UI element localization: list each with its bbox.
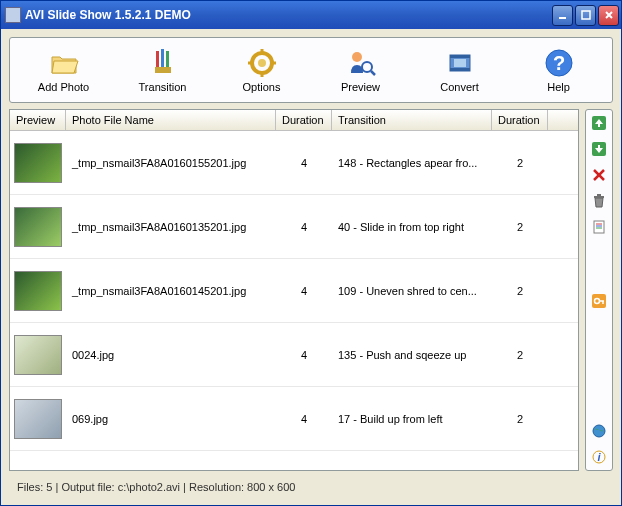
svg-rect-20 xyxy=(454,59,466,67)
duration2-cell: 2 xyxy=(492,281,548,301)
app-icon xyxy=(5,7,21,23)
svg-rect-18 xyxy=(450,55,470,58)
globe-icon xyxy=(591,423,607,439)
header-transition[interactable]: Transition xyxy=(332,110,492,130)
arrow-down-icon xyxy=(591,141,607,157)
photo-thumbnail xyxy=(14,271,62,311)
svg-rect-4 xyxy=(156,51,159,69)
preview-button[interactable]: Preview xyxy=(311,42,410,98)
duration2-cell: 2 xyxy=(492,345,548,365)
svg-point-14 xyxy=(352,52,362,62)
header-preview[interactable]: Preview xyxy=(10,110,66,130)
delete-button[interactable] xyxy=(590,166,608,184)
photo-thumbnail xyxy=(14,335,62,375)
info-icon: i xyxy=(591,449,607,465)
film-icon xyxy=(444,47,476,79)
duration2-cell: 2 xyxy=(492,217,548,237)
svg-rect-5 xyxy=(161,49,164,69)
tool-label: Options xyxy=(243,81,281,93)
filename-cell: _tmp_nsmail3FA8A0160135201.jpg xyxy=(66,217,276,237)
svg-line-16 xyxy=(371,71,375,75)
thumbnail-cell xyxy=(10,203,66,251)
help-icon: ? xyxy=(543,47,575,79)
add-photo-button[interactable]: Add Photo xyxy=(14,42,113,98)
side-toolbar: i xyxy=(585,109,613,471)
titlebar[interactable]: AVI Slide Show 1.5.2.1 DEMO xyxy=(1,1,621,29)
filename-cell: 069.jpg xyxy=(66,409,276,429)
header-duration1[interactable]: Duration xyxy=(276,110,332,130)
filename-cell: _tmp_nsmail3FA8A0160145201.jpg xyxy=(66,281,276,301)
svg-rect-29 xyxy=(594,221,604,233)
transition-cell: 148 - Rectangles apear fro... xyxy=(332,153,492,173)
table-row[interactable]: _tmp_nsmail3FA8A0160155201.jpg4148 - Rec… xyxy=(10,131,578,195)
svg-rect-1 xyxy=(582,11,590,19)
web-button[interactable] xyxy=(590,422,608,440)
transition-button[interactable]: Transition xyxy=(113,42,212,98)
table-row[interactable]: 0024.jpg4135 - Push and sqeeze up2 xyxy=(10,323,578,387)
toolbar-panel: Add Photo Transition Options Preview Con… xyxy=(9,37,613,103)
transition-cell: 135 - Push and sqeeze up xyxy=(332,345,492,365)
properties-button[interactable] xyxy=(590,218,608,236)
duration1-cell: 4 xyxy=(276,153,332,173)
tool-label: Convert xyxy=(440,81,479,93)
document-icon xyxy=(591,219,607,235)
svg-rect-27 xyxy=(594,196,604,198)
move-up-button[interactable] xyxy=(590,114,608,132)
header-duration2[interactable]: Duration xyxy=(492,110,548,130)
gear-icon xyxy=(246,47,278,79)
duration1-cell: 4 xyxy=(276,217,332,237)
thumbnail-cell xyxy=(10,395,66,443)
main-toolbar: Add Photo Transition Options Preview Con… xyxy=(14,42,608,98)
help-button[interactable]: ? Help xyxy=(509,42,608,98)
transition-cell: 17 - Build up from left xyxy=(332,409,492,429)
key-button[interactable] xyxy=(590,292,608,310)
folder-icon xyxy=(48,47,80,79)
tool-label: Help xyxy=(547,81,570,93)
rows-container[interactable]: _tmp_nsmail3FA8A0160155201.jpg4148 - Rec… xyxy=(10,131,578,470)
duration1-cell: 4 xyxy=(276,281,332,301)
thumbnail-cell xyxy=(10,139,66,187)
photo-thumbnail xyxy=(14,207,62,247)
trash-icon xyxy=(591,193,607,209)
person-magnify-icon xyxy=(345,47,377,79)
move-down-button[interactable] xyxy=(590,140,608,158)
window-controls xyxy=(552,5,619,26)
app-window: AVI Slide Show 1.5.2.1 DEMO Add Photo Tr… xyxy=(0,0,622,506)
svg-rect-28 xyxy=(597,194,601,196)
header-filename[interactable]: Photo File Name xyxy=(66,110,276,130)
duration1-cell: 4 xyxy=(276,345,332,365)
key-icon xyxy=(591,293,607,309)
photo-thumbnail xyxy=(14,399,62,439)
arrow-up-icon xyxy=(591,115,607,131)
svg-point-15 xyxy=(362,62,372,72)
delete-x-icon xyxy=(591,167,607,183)
body-area: Preview Photo File Name Duration Transit… xyxy=(9,109,613,471)
table-row[interactable]: 069.jpg417 - Build up from left2 xyxy=(10,387,578,451)
table-row[interactable]: _tmp_nsmail3FA8A0160145201.jpg4109 - Une… xyxy=(10,259,578,323)
about-button[interactable]: i xyxy=(590,448,608,466)
column-headers: Preview Photo File Name Duration Transit… xyxy=(10,110,578,131)
window-title: AVI Slide Show 1.5.2.1 DEMO xyxy=(25,8,552,22)
thumbnail-cell xyxy=(10,331,66,379)
maximize-button[interactable] xyxy=(575,5,596,26)
svg-point-9 xyxy=(258,59,266,67)
thumbnail-cell xyxy=(10,267,66,315)
tool-label: Preview xyxy=(341,81,380,93)
close-button[interactable] xyxy=(598,5,619,26)
content-area: Add Photo Transition Options Preview Con… xyxy=(1,29,621,505)
trash-button[interactable] xyxy=(590,192,608,210)
transition-cell: 40 - Slide in from top right xyxy=(332,217,492,237)
svg-rect-19 xyxy=(450,68,470,71)
minimize-button[interactable] xyxy=(552,5,573,26)
photo-thumbnail xyxy=(14,143,62,183)
svg-rect-6 xyxy=(166,51,169,69)
options-button[interactable]: Options xyxy=(212,42,311,98)
tool-label: Add Photo xyxy=(38,81,89,93)
duration1-cell: 4 xyxy=(276,409,332,429)
status-bar: Files: 5 | Output file: c:\photo2.avi | … xyxy=(9,477,613,497)
photo-list: Preview Photo File Name Duration Transit… xyxy=(9,109,579,471)
svg-rect-7 xyxy=(155,67,171,73)
table-row[interactable]: _tmp_nsmail3FA8A0160135201.jpg440 - Slid… xyxy=(10,195,578,259)
transition-cell: 109 - Uneven shred to cen... xyxy=(332,281,492,301)
convert-button[interactable]: Convert xyxy=(410,42,509,98)
